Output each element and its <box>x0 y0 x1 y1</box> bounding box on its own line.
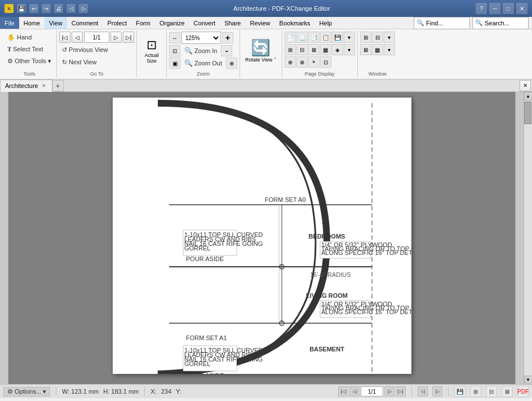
status-display1-btn[interactable]: ⊞ <box>470 386 481 397</box>
display-opt1-btn[interactable]: ⊞ <box>285 44 296 55</box>
window-opt2-btn[interactable]: ⊟ <box>372 32 383 43</box>
close-doc-button[interactable]: ✕ <box>520 80 531 91</box>
rotate-view-button[interactable]: 🔄 Rotate View ˅ <box>242 32 280 71</box>
window-opt1-btn[interactable]: ⊞ <box>360 32 371 43</box>
next-page-arrow[interactable]: ▷ <box>110 32 122 43</box>
status-pdf-btn[interactable]: PDF <box>517 386 529 397</box>
continuous-facing-btn[interactable]: 📋 <box>320 32 331 43</box>
scroll-thumb[interactable] <box>524 102 531 124</box>
titlebar: X 💾 ↩ ↪ 🖨 ◁ ▷ Architecture - PDF-XChange… <box>0 0 532 17</box>
zoom-fit-width-button[interactable]: ↔ <box>169 32 180 43</box>
cursor-icon: 𝐓 <box>7 46 11 53</box>
display-opt6-btn[interactable]: ▾ <box>344 44 355 55</box>
options-button[interactable]: ⚙ Options... ▾ <box>3 387 50 396</box>
x-coord-label: X: <box>150 388 156 395</box>
menu-share[interactable]: Share <box>220 17 245 29</box>
close-button[interactable]: ✕ <box>516 3 527 14</box>
menu-view[interactable]: View <box>45 17 67 29</box>
prev-view-button[interactable]: ↺ Previous View <box>59 44 134 55</box>
menu-bookmarks[interactable]: Bookmarks <box>275 17 315 29</box>
status-save-btn[interactable]: 💾 <box>454 386 466 397</box>
quick-access-forward[interactable]: ▷ <box>79 4 88 13</box>
find-box[interactable]: 🔍 Find... <box>414 17 470 29</box>
close-tab-icon[interactable]: ✕ <box>41 83 47 89</box>
zoom-out-icon-btn[interactable]: - <box>221 45 232 56</box>
minimize-button[interactable]: ─ <box>489 3 500 14</box>
status-first-page-btn[interactable]: |◁ <box>338 386 348 396</box>
window-opt4-btn[interactable]: ▦ <box>372 44 383 55</box>
find-label: Find... <box>426 20 444 27</box>
search-label: Search... <box>485 20 509 27</box>
menu-protect[interactable]: Protect <box>103 17 131 29</box>
zoom-select[interactable]: 125% 50% 75% 100% 150% 200% <box>181 32 221 44</box>
status-next-page-btn[interactable]: ▷ <box>384 386 394 396</box>
y-coord-label: Y: <box>176 388 181 395</box>
display-opt5-btn[interactable]: ◈ <box>332 44 343 55</box>
zoom-out-button[interactable]: 🔍 Zoom Out <box>181 58 225 69</box>
next-view-button[interactable]: ↻ Next View <box>59 56 134 68</box>
menu-home[interactable]: Home <box>19 17 45 29</box>
continuous-page-btn[interactable]: 📃 <box>296 32 308 43</box>
menu-convert[interactable]: Convert <box>189 17 220 29</box>
quick-access-undo[interactable]: ↩ <box>29 4 38 13</box>
menu-help[interactable]: Help <box>315 17 337 29</box>
quick-access-back[interactable]: ◁ <box>66 4 76 13</box>
menu-review[interactable]: Review <box>245 17 274 29</box>
status-display3-btn[interactable]: ⊠ <box>502 386 513 397</box>
app-icon: X <box>5 4 14 13</box>
search-box[interactable]: 🔍 Search... <box>472 17 529 29</box>
other-tools-button[interactable]: ⚙ Other Tools ▾ <box>5 55 54 67</box>
vertical-scrollbar[interactable]: ▲ ▼ <box>524 92 532 384</box>
maximize-button[interactable]: □ <box>503 3 514 14</box>
menu-file[interactable]: File <box>0 17 19 29</box>
new-tab-button[interactable]: + <box>52 80 64 91</box>
facing-pages-btn[interactable]: 📑 <box>308 32 320 43</box>
menu-organize[interactable]: Organize <box>155 17 189 29</box>
zoom-fit-page-button[interactable]: ⊡ <box>169 45 180 56</box>
quick-access-save[interactable]: 💾 <box>17 4 26 13</box>
more-display-btn[interactable]: ▾ <box>344 32 355 43</box>
page-input[interactable] <box>84 32 109 43</box>
single-page-btn[interactable]: 📄 <box>285 32 296 43</box>
scroll-down-button[interactable]: ▼ <box>524 376 533 384</box>
quick-access-print[interactable]: 🖨 <box>54 4 63 13</box>
display-opt2-btn[interactable]: ⊟ <box>296 44 308 55</box>
scroll-up-button[interactable]: ▲ <box>524 92 533 100</box>
first-page-button[interactable]: |◁ <box>59 32 70 43</box>
status-back-btn[interactable]: ◁ <box>418 386 428 396</box>
document-tab-architecture[interactable]: Architecture ✕ <box>0 80 52 92</box>
ribbon-group-zoom: ↔ 125% 50% 75% 100% 150% 200% + ⊡ 🔍 <box>167 30 240 78</box>
menu-comment[interactable]: Comment <box>67 17 103 29</box>
select-text-button[interactable]: 𝐓 Select Text <box>5 43 54 55</box>
zoom-in-icon-btn[interactable]: + <box>222 32 233 43</box>
display-opt8-btn[interactable]: ⊗ <box>296 56 308 68</box>
status-display2-btn[interactable]: ⊟ <box>486 386 497 397</box>
zoom-out-icon: 🔍 <box>184 59 193 67</box>
window-opt3-btn[interactable]: ⊠ <box>360 44 371 55</box>
actual-size-button[interactable]: ⊡ ActualSize <box>139 32 164 71</box>
zoom-in-button[interactable]: 🔍 Zoom In <box>181 45 220 56</box>
zoom-fit-selection-button[interactable]: ▣ <box>169 58 180 69</box>
status-prev-page-btn[interactable]: ◁ <box>349 386 360 396</box>
zoom-options-btn[interactable]: ⊕ <box>226 58 237 69</box>
prev-page-button[interactable]: ◁ <box>72 32 83 43</box>
status-page-input[interactable] <box>361 386 383 396</box>
status-forward-btn[interactable]: ▷ <box>432 386 442 396</box>
last-page-button[interactable]: ▷| <box>123 32 134 43</box>
menubar: File Home View Comment Protect Form Orga… <box>0 17 532 29</box>
help-icon[interactable]: ? <box>476 3 487 14</box>
pdf-viewer[interactable]: BEDROOMS LIVING ROOM BASEMENT 1-10x11 TO… <box>8 92 515 384</box>
window-dropdown-btn[interactable]: ▾ <box>384 32 395 43</box>
hand-tool-button[interactable]: ✋ Hand <box>5 32 54 43</box>
display-opt4-btn[interactable]: ▦ <box>320 44 331 55</box>
display-opt10-btn[interactable]: ⊡ <box>320 56 331 68</box>
height-display: H: 183.1 mm <box>103 388 139 395</box>
display-opt3-btn[interactable]: ⊠ <box>308 44 320 55</box>
save-icon-btn[interactable]: 💾 <box>332 32 343 43</box>
cursor-mode-btn[interactable]: ⌖ <box>308 56 320 68</box>
status-last-page-btn[interactable]: ▷| <box>396 386 406 396</box>
quick-access-redo[interactable]: ↪ <box>42 4 51 13</box>
menu-form[interactable]: Form <box>131 17 155 29</box>
display-opt7-btn[interactable]: ⊕ <box>285 56 296 68</box>
window-opt5-btn[interactable]: ▾ <box>384 44 395 55</box>
